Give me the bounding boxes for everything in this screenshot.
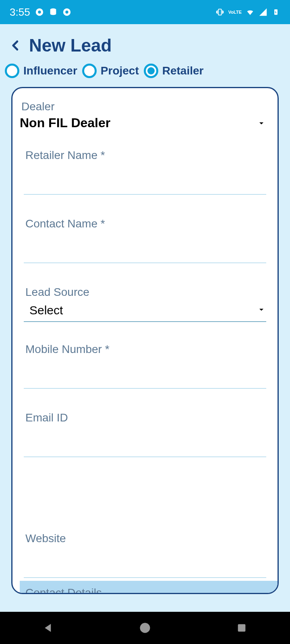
vibrate-icon xyxy=(215,8,224,17)
svg-point-1 xyxy=(38,10,41,13)
status-right: VoLTE xyxy=(215,8,280,17)
retailer-name-label: Retailer Name * xyxy=(24,149,266,162)
website-input[interactable] xyxy=(24,552,266,578)
chevron-down-icon xyxy=(257,118,266,128)
notification-icon-1 xyxy=(35,8,44,17)
nav-home-button[interactable] xyxy=(137,620,153,636)
email-label: Email ID xyxy=(24,411,266,424)
radio-project[interactable]: Project xyxy=(82,64,139,78)
battery-icon xyxy=(271,8,280,17)
svg-rect-8 xyxy=(238,624,246,632)
radio-label: Influencer xyxy=(23,64,77,77)
radio-circle-icon xyxy=(5,64,19,78)
mobile-number-field: Mobile Number * xyxy=(20,343,270,389)
back-button[interactable] xyxy=(10,39,22,52)
email-input[interactable] xyxy=(24,431,266,457)
lead-source-label: Lead Source xyxy=(24,286,266,299)
dealer-label: Dealer xyxy=(20,100,270,113)
page-header: New Lead xyxy=(0,24,290,64)
radio-retailer[interactable]: Retailer xyxy=(144,64,204,78)
signal-icon xyxy=(259,8,267,17)
retailer-name-input[interactable] xyxy=(24,169,266,195)
mobile-number-label: Mobile Number * xyxy=(24,343,266,356)
lead-source-field: Lead Source Select xyxy=(20,286,270,322)
contact-name-label: Contact Name * xyxy=(24,217,266,230)
radio-influencer[interactable]: Influencer xyxy=(5,64,77,78)
radio-circle-icon xyxy=(82,64,97,78)
radio-label: Project xyxy=(101,64,139,77)
page-title: New Lead xyxy=(29,35,112,56)
status-bar: 3:55 VoLTE xyxy=(0,0,290,24)
nav-recent-button[interactable] xyxy=(234,620,250,636)
contact-name-field: Contact Name * xyxy=(20,217,270,263)
dealer-dropdown[interactable]: Non FIL Dealer xyxy=(20,113,270,133)
nav-back-button[interactable] xyxy=(40,620,56,636)
dealer-field: Dealer Non FIL Dealer xyxy=(20,100,270,133)
dealer-value: Non FIL Dealer xyxy=(20,116,110,130)
database-icon xyxy=(49,8,58,17)
svg-rect-5 xyxy=(218,9,221,15)
form-card: Dealer Non FIL Dealer Retailer Name * Co… xyxy=(11,87,279,594)
system-nav-bar xyxy=(0,612,290,644)
status-left: 3:55 xyxy=(10,6,71,19)
svg-point-4 xyxy=(65,10,68,13)
website-field: Website xyxy=(20,532,270,578)
radio-circle-selected-icon xyxy=(144,64,158,78)
lead-source-value: Select xyxy=(29,303,63,317)
volte-icon: VoLTE xyxy=(228,10,242,14)
status-time: 3:55 xyxy=(10,6,30,19)
mobile-number-input[interactable] xyxy=(24,363,266,389)
website-label: Website xyxy=(24,532,266,545)
contact-name-input[interactable] xyxy=(24,237,266,263)
email-field: Email ID xyxy=(20,411,270,457)
contact-details-section[interactable]: Contact Details xyxy=(20,581,278,593)
notification-icon-2 xyxy=(62,8,71,17)
svg-point-7 xyxy=(140,623,150,633)
lead-source-dropdown[interactable]: Select xyxy=(24,300,266,322)
wifi-icon xyxy=(246,8,255,17)
chevron-down-icon xyxy=(257,305,266,316)
radio-label: Retailer xyxy=(162,64,204,77)
retailer-name-field: Retailer Name * xyxy=(20,149,270,195)
lead-type-radio-group: Influencer Project Retailer xyxy=(0,64,290,87)
